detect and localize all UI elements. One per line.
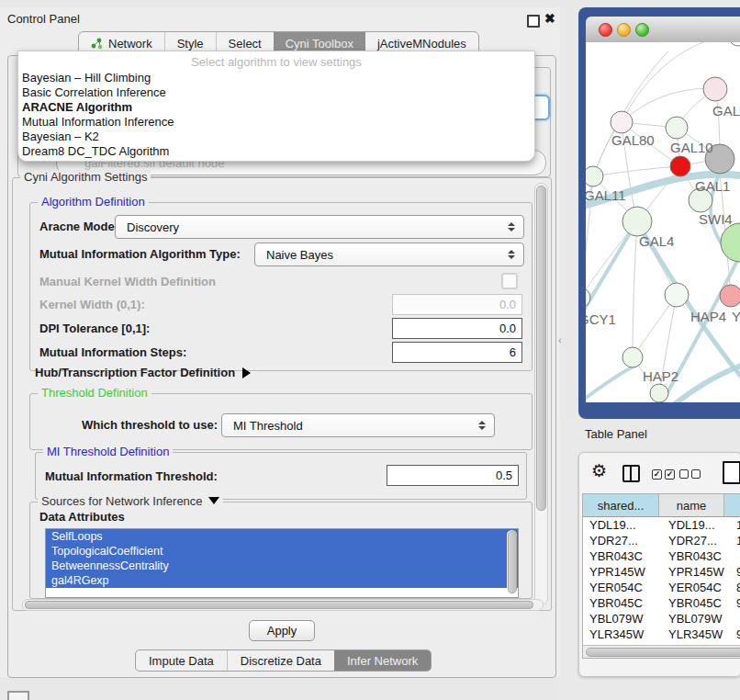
which-threshold-select[interactable]: MI Threshold <box>221 413 495 437</box>
column-header-name[interactable]: name <box>659 494 724 516</box>
bottom-tabs: Impute DataDiscretize DataInfer Network <box>135 649 432 672</box>
attributes-scrollbar-thumb[interactable] <box>508 531 517 593</box>
table-row[interactable]: YBL079WYBL079W <box>583 611 740 627</box>
network-node-gcy1[interactable] <box>586 288 590 308</box>
table-cell: YBR045C <box>665 596 733 610</box>
network-node-gal11[interactable] <box>586 166 603 186</box>
columns-icon[interactable] <box>622 465 640 482</box>
table-row[interactable]: YPR145WYPR145W9. <box>583 564 740 580</box>
table-cell: 9. <box>733 596 740 610</box>
network-edge[interactable] <box>633 221 637 357</box>
mi-threshold-title: MI Threshold Definition <box>43 445 173 458</box>
mi-algorithm-type-label: Mutual Information Algorithm Type: <box>39 247 241 261</box>
minimized-panel-icon[interactable] <box>7 691 29 700</box>
network-node-gal[interactable] <box>703 77 727 101</box>
network-canvas[interactable]: GALGAL80GAL10GAL1GAL11SWI4GAL4GCY1HAP4YH… <box>586 42 740 402</box>
dropdown-item[interactable]: Basic Correlation Inference <box>18 85 534 100</box>
network-node[interactable] <box>721 223 740 262</box>
column-header[interactable] <box>724 494 740 516</box>
settings-hscrollbar-thumb[interactable] <box>25 601 533 609</box>
apply-button[interactable]: Apply <box>249 620 315 641</box>
network-node-gal1[interactable] <box>670 156 690 176</box>
settings-scrollbar[interactable] <box>534 183 548 605</box>
manual-kernel-checkbox[interactable] <box>501 273 518 289</box>
aracne-mode-select[interactable]: Discovery <box>115 215 524 239</box>
network-graph: GALGAL80GAL10GAL1GAL11SWI4GAL4GCY1HAP4YH… <box>586 42 740 402</box>
dropdown-item[interactable]: Bayesian – K2 <box>18 130 534 144</box>
table-cell: YER054C <box>665 581 733 594</box>
kernel-width-field: 0.0 <box>392 294 522 315</box>
network-window-titlebar[interactable] <box>586 17 740 43</box>
column-header-shared[interactable]: shared... <box>583 494 659 516</box>
network-edge-thick[interactable] <box>586 224 635 325</box>
network-node-hap4[interactable] <box>665 283 689 307</box>
aracne-mode-value: Discovery <box>127 220 179 234</box>
network-node-gal80[interactable] <box>611 111 633 133</box>
dropdown-items: Bayesian – Hill ClimbingBasic Correlatio… <box>18 71 534 159</box>
table-row[interactable]: YDL19...YDL19...13 <box>583 517 740 533</box>
divider-collapse-icon[interactable]: ‹ <box>558 334 562 345</box>
table-hscrollbar[interactable] <box>583 645 740 658</box>
settings-hscrollbar[interactable] <box>22 599 544 611</box>
tab-label: Network <box>108 37 152 51</box>
dpi-tolerance-field[interactable]: 0.0 <box>392 318 522 339</box>
document-icon[interactable] <box>723 461 740 484</box>
spinner-icon <box>508 222 515 231</box>
dropdown-item[interactable]: Mutual Information Inference <box>18 115 534 130</box>
bottom-tab-discretize-data[interactable]: Discretize Data <box>227 650 334 671</box>
dropdown-item[interactable]: ARACNE Algorithm <box>18 100 534 115</box>
network-node[interactable] <box>650 384 668 402</box>
zoom-window-icon[interactable] <box>635 23 649 37</box>
mi-threshold-group: MI Threshold Definition Mutual Informati… <box>35 452 527 500</box>
data-attributes-list[interactable]: SelfLoopsTopologicalCoefficientBetweenne… <box>45 528 519 598</box>
gear-icon[interactable]: ⚙ <box>591 460 607 481</box>
table-row[interactable]: YER054CYER054C8. <box>583 580 740 595</box>
network-node-gal10[interactable] <box>666 117 688 139</box>
attribute-item[interactable]: SelfLoops <box>46 529 518 544</box>
mi-steps-label: Mutual Information Steps: <box>39 345 186 359</box>
table-cell: YPR145W <box>665 565 733 579</box>
bottom-tab-impute-data[interactable]: Impute Data <box>136 650 227 671</box>
bottom-tab-infer-network[interactable]: Infer Network <box>334 650 431 671</box>
node-label: SWI4 <box>699 211 733 227</box>
deselect-all-icon[interactable] <box>679 469 701 479</box>
select-all-icon[interactable]: ✓✓ <box>652 469 675 480</box>
dropdown-item[interactable]: Dream8 DC_TDC Algorithm <box>18 144 534 159</box>
table-row[interactable]: YDR27...YDR27...12 <box>583 533 740 548</box>
network-edge[interactable] <box>622 88 715 122</box>
dropdown-item[interactable]: Bayesian – Hill Climbing <box>18 71 534 85</box>
network-edge[interactable] <box>593 166 680 176</box>
mi-steps-field[interactable]: 6 <box>392 342 522 363</box>
close-window-icon[interactable] <box>599 23 612 37</box>
table-cell: YBR045C <box>583 596 665 610</box>
mi-algorithm-type-value: Naive Bayes <box>266 248 333 262</box>
table-row[interactable]: YBR043CYBR043C <box>583 548 740 564</box>
attribute-item[interactable]: TopologicalCoefficient <box>46 544 518 559</box>
table-row[interactable]: YBR045CYBR045C9. <box>583 595 740 611</box>
settings-scrollbar-thumb[interactable] <box>536 186 546 511</box>
spinner-icon <box>478 421 486 430</box>
network-edge-thick[interactable] <box>586 364 639 402</box>
network-node[interactable] <box>729 42 740 46</box>
table-hscrollbar-thumb[interactable] <box>586 648 740 657</box>
network-node-y[interactable] <box>720 285 740 307</box>
algorithm-definition-title: Algorithm Definition <box>38 195 149 209</box>
network-node-gal4[interactable] <box>622 207 652 236</box>
attribute-item[interactable]: gal4RGexp <box>46 573 518 588</box>
float-panel-icon[interactable] <box>527 15 540 28</box>
panel-title: Control Panel <box>7 12 80 26</box>
node-label: GAL4 <box>639 233 674 249</box>
table-cell: 13 <box>733 518 740 532</box>
checked-box-icon: ✓ <box>652 469 662 480</box>
attributes-scrollbar[interactable] <box>507 530 517 594</box>
table-row[interactable]: YLR345WYLR345W9. <box>583 627 740 642</box>
mi-algorithm-type-select[interactable]: Naive Bayes <box>254 243 524 266</box>
mi-threshold-field[interactable]: 0.5 <box>387 465 519 486</box>
minimize-window-icon[interactable] <box>617 23 631 37</box>
kernel-width-label: Kernel Width (0,1): <box>39 298 145 311</box>
hub-definition-toggle[interactable]: Hub/Transcription Factor Definition <box>35 366 251 379</box>
network-node-hap2[interactable] <box>622 347 643 367</box>
close-panel-icon[interactable]: ✖ <box>544 11 555 26</box>
table-panel-title: Table Panel <box>585 427 647 441</box>
attribute-item[interactable]: BetweennessCentrality <box>46 559 518 573</box>
